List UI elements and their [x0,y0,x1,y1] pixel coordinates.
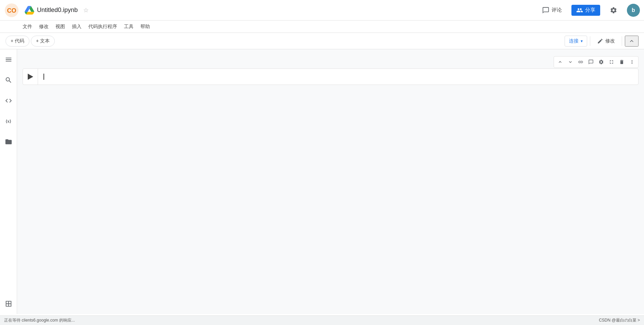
link-icon [578,59,583,65]
loading-status: 正在等待 clients6.google.com 的响应... [4,317,75,323]
code-icon [5,97,12,104]
cell-code-area[interactable] [38,69,638,85]
run-cell-button[interactable] [23,69,38,85]
arrow-down-icon [568,59,573,65]
comment-button[interactable]: 评论 [539,5,565,15]
cell-settings-button[interactable] [596,57,606,67]
folder-icon [5,138,12,146]
comment-label: 评论 [552,7,562,13]
comment-cell-button[interactable] [586,57,596,67]
connect-button[interactable]: 连接 ▾ [565,36,587,47]
collapse-icon [628,38,635,45]
delete-icon [619,59,624,65]
sidebar-item-search[interactable] [2,74,15,86]
share-button[interactable]: 分享 [571,5,600,16]
move-up-button[interactable] [555,57,565,67]
drive-icon [25,5,34,15]
drive-icon-area: Untitled0.ipynb ☆ [25,5,89,15]
collapse-button[interactable] [625,36,639,47]
settings-icon [610,7,617,14]
comment-icon [542,7,550,14]
move-down-button[interactable] [566,57,575,67]
sidebar-item-files[interactable] [2,136,15,148]
colab-logo[interactable]: CO [4,3,19,18]
menu-runtime[interactable]: 代码执行程序 [85,22,121,31]
statusbar: 正在等待 clients6.google.com 的响应... CSDN @最白… [0,315,644,325]
share-label: 分享 [585,7,595,13]
link-button[interactable] [576,57,585,67]
logo-area: CO [4,3,19,18]
cell-action-bar [554,56,639,68]
user-avatar[interactable]: b [627,4,640,17]
menu-tools[interactable]: 工具 [121,22,137,31]
main-content [17,49,644,314]
search-icon [5,76,12,84]
star-icon[interactable]: ☆ [83,7,89,14]
menu-icon [5,56,12,63]
settings-button[interactable] [607,5,620,15]
add-code-label: + 代码 [11,38,24,44]
toolbar-right: 连接 ▾ 修改 [565,36,639,47]
variable-icon-text: {x} [5,118,11,124]
toolbar-left: + 代码 + 文本 [5,36,55,47]
expand-icon [609,59,614,65]
expand-cell-button[interactable] [607,57,616,67]
svg-text:CO: CO [7,7,16,14]
more-vert-icon [629,59,635,65]
table-icon [5,300,12,308]
header: CO Untitled0.ipynb ☆ 评论 [0,0,644,21]
edit-label: 修改 [605,38,615,44]
menu-edit[interactable]: 修改 [36,22,52,31]
menu-view[interactable]: 视图 [52,22,68,31]
more-actions-button[interactable] [627,57,637,67]
add-text-button[interactable]: + 文本 [31,36,55,47]
menu-insert[interactable]: 插入 [68,22,85,31]
arrow-up-icon [557,59,563,65]
add-code-button[interactable]: + 代码 [5,36,29,47]
sidebar: {x} [0,49,17,314]
sidebar-item-variables[interactable]: {x} [2,115,15,127]
header-right: 评论 分享 b [539,4,640,17]
sidebar-item-code[interactable] [2,95,15,107]
sidebar-item-table[interactable] [2,298,15,310]
connect-label: 连接 [569,38,579,44]
edit-button[interactable]: 修改 [593,36,619,46]
connect-dropdown-icon: ▾ [581,39,583,43]
pencil-icon [597,38,603,44]
menu-help[interactable]: 帮助 [137,22,153,31]
menubar: 文件 修改 视图 插入 代码执行程序 工具 帮助 [0,21,644,33]
cell-settings-icon [598,59,604,65]
delete-cell-button[interactable] [617,57,627,67]
share-people-icon [576,7,583,14]
toolbar: + 代码 + 文本 连接 ▾ 修改 [0,33,644,49]
csdn-label[interactable]: CSDN @最白の白菜 > [599,317,640,323]
sidebar-item-menu[interactable] [2,53,15,66]
run-triangle-icon [28,74,33,80]
code-cell [23,68,639,85]
add-text-label: + 文本 [36,38,50,44]
text-cursor [43,74,44,80]
notebook-title[interactable]: Untitled0.ipynb [37,7,78,14]
comment-cell-icon [588,59,594,65]
menu-file[interactable]: 文件 [19,22,36,31]
cell-wrapper [17,56,644,85]
